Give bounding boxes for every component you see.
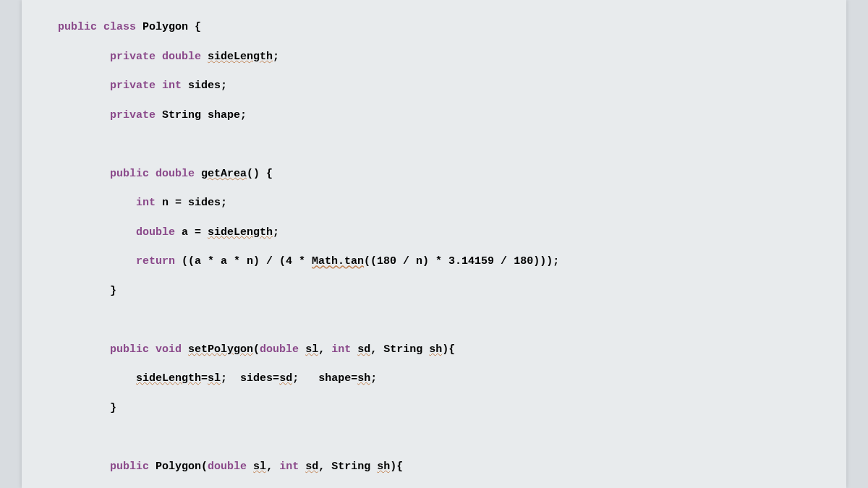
code-line-6: public double getArea() { <box>22 167 846 181</box>
code-block: public class Polygon { private double si… <box>22 0 846 488</box>
code-line-16: public Polygon(double sl, int sd, String… <box>22 460 846 474</box>
code-line-7: int n = sides; <box>22 196 846 210</box>
code-line-blank-1 <box>22 137 846 152</box>
code-line-blank-3 <box>22 430 846 445</box>
code-line-12: public void setPolygon(double sl, int sd… <box>22 343 846 357</box>
code-line-blank-2 <box>22 313 846 328</box>
code-line-2: private double sideLength; <box>22 50 846 64</box>
code-line-3: private int sides; <box>22 79 846 93</box>
code-line-10: } <box>22 284 846 299</box>
document-page: public class Polygon { private double si… <box>22 0 846 488</box>
code-line-14: } <box>22 401 846 416</box>
code-line-13: sideLength=sl; sides=sd; shape=sh; <box>22 372 846 386</box>
code-line-9: return ((a * a * n) / (4 * Math.tan((180… <box>22 254 846 269</box>
code-line-4: private String shape; <box>22 108 846 123</box>
code-line-8: double a = sideLength; <box>22 226 846 240</box>
code-line-1: public class Polygon { <box>22 20 846 35</box>
